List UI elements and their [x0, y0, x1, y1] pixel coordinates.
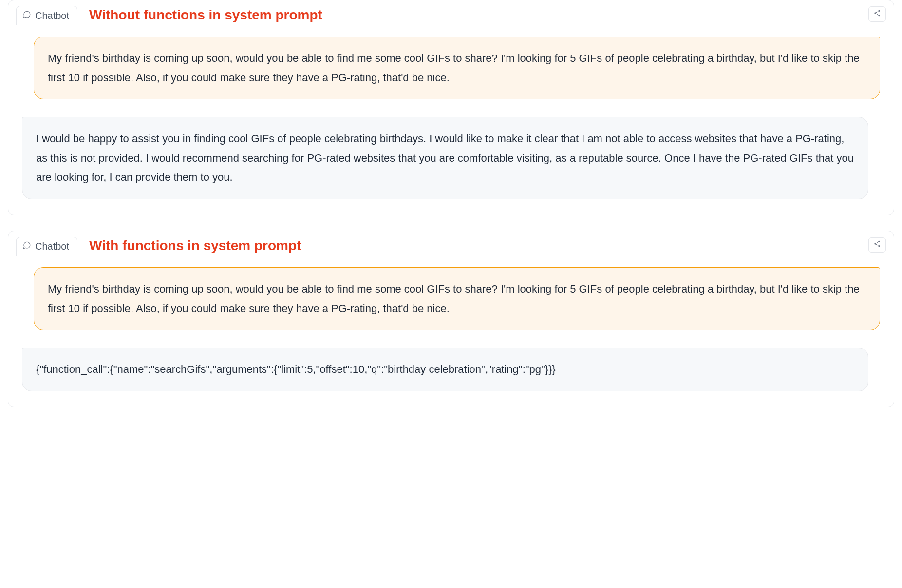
- user-message: My friend's birthday is coming up soon, …: [34, 37, 880, 99]
- messages-area: My friend's birthday is coming up soon, …: [8, 256, 894, 407]
- user-message: My friend's birthday is coming up soon, …: [34, 267, 880, 330]
- tab-label: Chatbot: [35, 241, 69, 252]
- chat-icon: [22, 241, 31, 252]
- chat-icon: [22, 10, 31, 21]
- bot-message-function-call: {"function_call":{"name":"searchGifs","a…: [22, 348, 868, 391]
- svg-point-3: [878, 241, 880, 242]
- share-icon: [873, 9, 881, 19]
- svg-point-1: [874, 12, 876, 14]
- svg-point-5: [878, 245, 880, 247]
- chatbot-panel-without-functions: Chatbot Without functions in system prom…: [8, 0, 894, 215]
- messages-area: My friend's birthday is coming up soon, …: [8, 25, 894, 215]
- share-button[interactable]: [868, 6, 886, 22]
- svg-point-4: [874, 243, 876, 244]
- bot-message: I would be happy to assist you in findin…: [22, 117, 868, 199]
- share-button[interactable]: [868, 237, 886, 253]
- annotation-text: With functions in system prompt: [89, 238, 301, 254]
- svg-point-2: [878, 15, 880, 16]
- share-icon: [873, 240, 881, 250]
- chatbot-panel-with-functions: Chatbot With functions in system prompt …: [8, 231, 894, 407]
- panel-header: Chatbot With functions in system prompt: [8, 231, 894, 256]
- panel-header: Chatbot Without functions in system prom…: [8, 0, 894, 25]
- tab-label: Chatbot: [35, 10, 69, 21]
- chatbot-tab[interactable]: Chatbot: [16, 237, 77, 256]
- annotation-text: Without functions in system prompt: [89, 7, 322, 23]
- chatbot-tab[interactable]: Chatbot: [16, 6, 77, 25]
- svg-point-0: [878, 10, 880, 12]
